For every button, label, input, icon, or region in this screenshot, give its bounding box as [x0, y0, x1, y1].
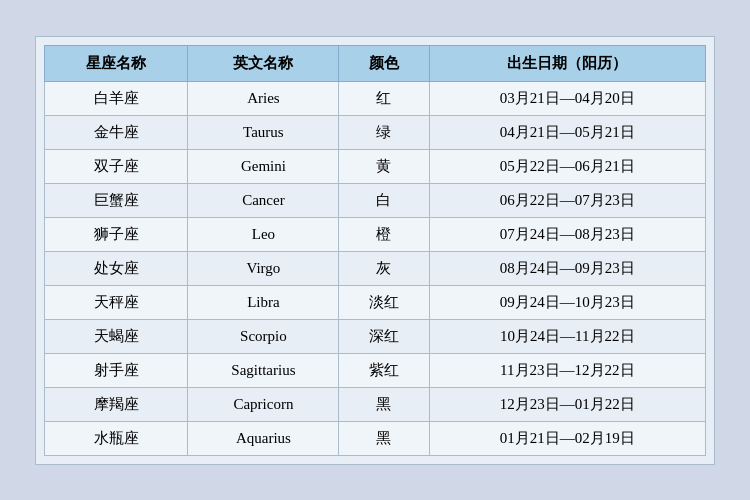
table-row: 狮子座Leo橙07月24日—08月23日	[45, 217, 706, 251]
cell-date: 08月24日—09月23日	[429, 251, 705, 285]
header-color: 颜色	[339, 45, 429, 81]
cell-chinese-name: 狮子座	[45, 217, 188, 251]
table-row: 金牛座Taurus绿04月21日—05月21日	[45, 115, 706, 149]
table-row: 白羊座Aries红03月21日—04月20日	[45, 81, 706, 115]
cell-date: 03月21日—04月20日	[429, 81, 705, 115]
cell-english-name: Cancer	[188, 183, 339, 217]
cell-date: 01月21日—02月19日	[429, 421, 705, 455]
table-header-row: 星座名称 英文名称 颜色 出生日期（阳历）	[45, 45, 706, 81]
header-date: 出生日期（阳历）	[429, 45, 705, 81]
table-row: 天秤座Libra淡红09月24日—10月23日	[45, 285, 706, 319]
zodiac-table-container: 星座名称 英文名称 颜色 出生日期（阳历） 白羊座Aries红03月21日—04…	[35, 36, 715, 465]
table-row: 摩羯座Capricorn黑12月23日—01月22日	[45, 387, 706, 421]
cell-color: 灰	[339, 251, 429, 285]
cell-english-name: Capricorn	[188, 387, 339, 421]
cell-english-name: Scorpio	[188, 319, 339, 353]
cell-chinese-name: 天蝎座	[45, 319, 188, 353]
cell-date: 04月21日—05月21日	[429, 115, 705, 149]
header-chinese-name: 星座名称	[45, 45, 188, 81]
header-english-name: 英文名称	[188, 45, 339, 81]
cell-english-name: Virgo	[188, 251, 339, 285]
cell-color: 深红	[339, 319, 429, 353]
cell-chinese-name: 水瓶座	[45, 421, 188, 455]
cell-date: 06月22日—07月23日	[429, 183, 705, 217]
zodiac-table: 星座名称 英文名称 颜色 出生日期（阳历） 白羊座Aries红03月21日—04…	[44, 45, 706, 456]
cell-color: 绿	[339, 115, 429, 149]
cell-english-name: Sagittarius	[188, 353, 339, 387]
cell-chinese-name: 双子座	[45, 149, 188, 183]
cell-english-name: Taurus	[188, 115, 339, 149]
cell-english-name: Aquarius	[188, 421, 339, 455]
cell-english-name: Leo	[188, 217, 339, 251]
cell-date: 09月24日—10月23日	[429, 285, 705, 319]
cell-color: 黑	[339, 421, 429, 455]
cell-chinese-name: 射手座	[45, 353, 188, 387]
cell-color: 紫红	[339, 353, 429, 387]
cell-color: 白	[339, 183, 429, 217]
table-body: 白羊座Aries红03月21日—04月20日金牛座Taurus绿04月21日—0…	[45, 81, 706, 455]
cell-date: 12月23日—01月22日	[429, 387, 705, 421]
cell-english-name: Gemini	[188, 149, 339, 183]
cell-chinese-name: 天秤座	[45, 285, 188, 319]
cell-date: 11月23日—12月22日	[429, 353, 705, 387]
cell-english-name: Aries	[188, 81, 339, 115]
cell-chinese-name: 金牛座	[45, 115, 188, 149]
cell-chinese-name: 处女座	[45, 251, 188, 285]
cell-date: 07月24日—08月23日	[429, 217, 705, 251]
cell-color: 淡红	[339, 285, 429, 319]
table-row: 巨蟹座Cancer白06月22日—07月23日	[45, 183, 706, 217]
cell-color: 红	[339, 81, 429, 115]
cell-chinese-name: 巨蟹座	[45, 183, 188, 217]
cell-english-name: Libra	[188, 285, 339, 319]
cell-date: 10月24日—11月22日	[429, 319, 705, 353]
cell-date: 05月22日—06月21日	[429, 149, 705, 183]
cell-color: 黄	[339, 149, 429, 183]
table-row: 处女座Virgo灰08月24日—09月23日	[45, 251, 706, 285]
cell-color: 黑	[339, 387, 429, 421]
table-row: 水瓶座Aquarius黑01月21日—02月19日	[45, 421, 706, 455]
table-row: 双子座Gemini黄05月22日—06月21日	[45, 149, 706, 183]
cell-chinese-name: 摩羯座	[45, 387, 188, 421]
cell-color: 橙	[339, 217, 429, 251]
table-row: 射手座Sagittarius紫红11月23日—12月22日	[45, 353, 706, 387]
table-row: 天蝎座Scorpio深红10月24日—11月22日	[45, 319, 706, 353]
cell-chinese-name: 白羊座	[45, 81, 188, 115]
